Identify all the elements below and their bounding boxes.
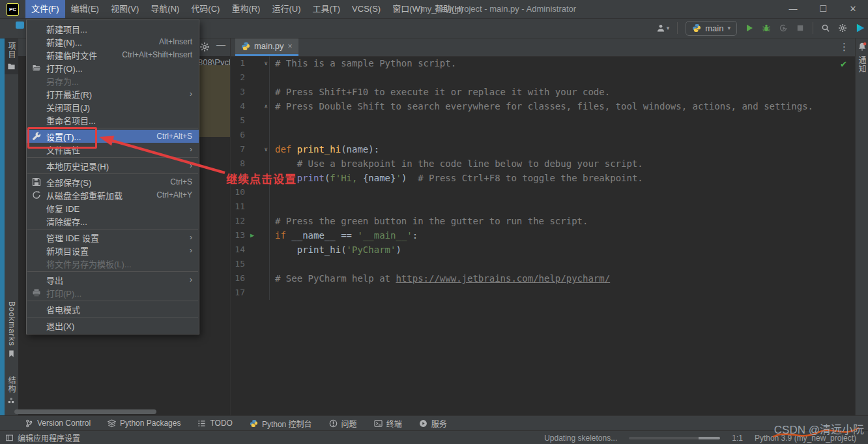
line-number: 6: [231, 128, 245, 142]
printer-icon: [32, 288, 46, 297]
code-line[interactable]: 11: [231, 200, 856, 214]
code-line[interactable]: 10: [231, 185, 856, 200]
menu-item[interactable]: 导出›: [27, 273, 199, 286]
code-text: [270, 70, 275, 85]
code-text: # See PyCharm help at https://www.jetbra…: [270, 271, 610, 286]
menubar-item[interactable]: 文件(F): [25, 0, 65, 18]
code-line[interactable]: 2: [231, 70, 856, 85]
horizontal-scrollbar[interactable]: [14, 409, 156, 414]
menu-item[interactable]: 从磁盘全部重新加载Ctrl+Alt+Y: [27, 188, 199, 201]
tool-window-button[interactable]: 服务: [419, 418, 447, 429]
fold-marker-icon[interactable]: ∨: [265, 56, 268, 70]
menu-item[interactable]: 新建项目...: [27, 22, 199, 35]
menu-item[interactable]: 新项目设置›: [27, 244, 199, 257]
menu-item: 打印(P)...: [27, 286, 199, 299]
code-line[interactable]: 3# Press Shift+F10 to execute it or repl…: [231, 85, 856, 99]
menubar-item[interactable]: 工具(T): [306, 0, 346, 18]
tab-close-icon[interactable]: ×: [288, 42, 293, 51]
menu-item[interactable]: 关闭项目(J): [27, 100, 199, 113]
run-configuration-select[interactable]: main ▾: [686, 21, 737, 36]
profiler-icon[interactable]: [855, 23, 865, 33]
code-line[interactable]: 9 print(f'Hi, {name}') # Press Ctrl+F8 t…: [231, 171, 856, 185]
line-number: 11: [231, 200, 245, 214]
code-line[interactable]: 7∨def print_hi(name):: [231, 142, 856, 156]
menu-item-label: 新建项目...: [46, 23, 192, 35]
code-text: print_hi('PyCharm'): [270, 243, 401, 257]
menubar-item[interactable]: 运行(U): [266, 0, 306, 18]
code-text: # Use a breakpoint in the code line belo…: [270, 156, 643, 171]
menu-item[interactable]: 新建(N)...Alt+Insert: [27, 35, 199, 48]
code-line[interactable]: 6: [231, 128, 856, 142]
debug-button[interactable]: [762, 23, 771, 33]
code-view[interactable]: 1∨# This is a sample Python script.23# P…: [231, 56, 856, 300]
menu-item[interactable]: 新建临时文件Ctrl+Alt+Shift+Insert: [27, 48, 199, 61]
tool-window-button[interactable]: Python Packages: [108, 419, 181, 428]
menu-item[interactable]: 退出(X): [27, 319, 199, 332]
code-text: # This is a sample Python script.: [270, 56, 456, 70]
gutter: [245, 128, 270, 142]
code-line[interactable]: 8 # Use a breakpoint in the code line be…: [231, 156, 856, 171]
code-line[interactable]: 1∨# This is a sample Python script.: [231, 56, 856, 70]
menubar-item[interactable]: 导航(N): [145, 0, 185, 18]
search-everywhere-icon[interactable]: [821, 23, 830, 33]
minimize-button[interactable]: —: [778, 0, 808, 18]
code-text: [270, 200, 275, 214]
project-options-gear-icon[interactable]: [199, 42, 210, 52]
hide-panel-icon[interactable]: —: [216, 39, 225, 50]
user-account-button[interactable]: ▾: [656, 23, 670, 33]
tool-window-button[interactable]: Python 控制台: [250, 418, 312, 429]
notifications-bell-icon[interactable]: [857, 42, 867, 52]
settings-gear-icon[interactable]: [838, 23, 847, 33]
menu-item-label: 清除缓存...: [46, 215, 192, 228]
gutter: [245, 286, 270, 300]
tool-window-button[interactable]: TODO: [197, 419, 232, 428]
gutter: [245, 271, 270, 286]
menubar-item[interactable]: 编辑(E): [65, 0, 105, 18]
notifications-stripe-label[interactable]: 通知: [856, 56, 867, 73]
run-gutter-icon[interactable]: ▶: [250, 228, 254, 243]
tool-window-button[interactable]: 终端: [374, 418, 402, 429]
status-bar: 编辑应用程序设置 Updating skeletons... 1:1 Pytho…: [0, 430, 868, 444]
bookmark-icon: [7, 349, 16, 358]
menu-item[interactable]: 省电模式: [27, 303, 199, 316]
python-icon: [692, 23, 701, 33]
tool-window-button-structure[interactable]: 结构: [6, 372, 17, 409]
editor-options-icon[interactable]: ⋮: [839, 41, 849, 53]
menubar-item[interactable]: 视图(V): [105, 0, 145, 18]
code-line[interactable]: 4∧# Press Double Shift to search everywh…: [231, 99, 856, 113]
menu-item[interactable]: 重命名项目...: [27, 113, 199, 126]
code-text: # Press Double Shift to search everywher…: [270, 99, 813, 113]
fold-marker-icon[interactable]: ∨: [265, 142, 268, 156]
code-line[interactable]: 5: [231, 113, 856, 128]
tab-main-py[interactable]: main.py ×: [235, 38, 298, 56]
fold-marker-icon[interactable]: ∧: [265, 99, 268, 113]
menubar-item[interactable]: 代码(C): [185, 0, 225, 18]
menubar-item[interactable]: 重构(R): [225, 0, 266, 18]
menu-item[interactable]: 打开最近(R)›: [27, 87, 199, 100]
code-line[interactable]: 15: [231, 257, 856, 271]
menu-item[interactable]: 打开(O)...: [27, 61, 199, 74]
menu-item[interactable]: 清除缓存...: [27, 215, 199, 228]
line-number: 4: [231, 99, 245, 113]
menu-item[interactable]: 修复 IDE: [27, 201, 199, 215]
folder-icon: [7, 62, 16, 70]
code-line[interactable]: 17: [231, 286, 856, 300]
code-line[interactable]: 14 print_hi('PyCharm'): [231, 243, 856, 257]
code-line[interactable]: 16# See PyCharm help at https://www.jetb…: [231, 271, 856, 286]
tool-window-button[interactable]: 问题: [329, 418, 357, 429]
menu-item[interactable]: 管理 IDE 设置›: [27, 231, 199, 244]
tool-window-button[interactable]: Version Control: [25, 419, 91, 428]
maximize-button[interactable]: ☐: [808, 0, 838, 18]
tool-window-button-bookmarks[interactable]: Bookmarks: [7, 297, 16, 362]
code-line[interactable]: 12# Press the green button in the gutter…: [231, 214, 856, 228]
menu-item-label: 新项目设置: [46, 244, 190, 257]
desktop-edge-strip: [0, 18, 5, 415]
menubar-item[interactable]: VCS(S): [346, 0, 386, 18]
run-button[interactable]: [745, 23, 754, 33]
menu-item-label: 打印(P)...: [46, 287, 192, 299]
code-line[interactable]: 13▶if __name__ == '__main__':: [231, 228, 856, 243]
tool-window-button-project[interactable]: 项目: [5, 38, 18, 74]
close-button[interactable]: ✕: [838, 0, 868, 18]
line-number: 3: [231, 85, 245, 99]
caret-position[interactable]: 1:1: [732, 434, 743, 443]
